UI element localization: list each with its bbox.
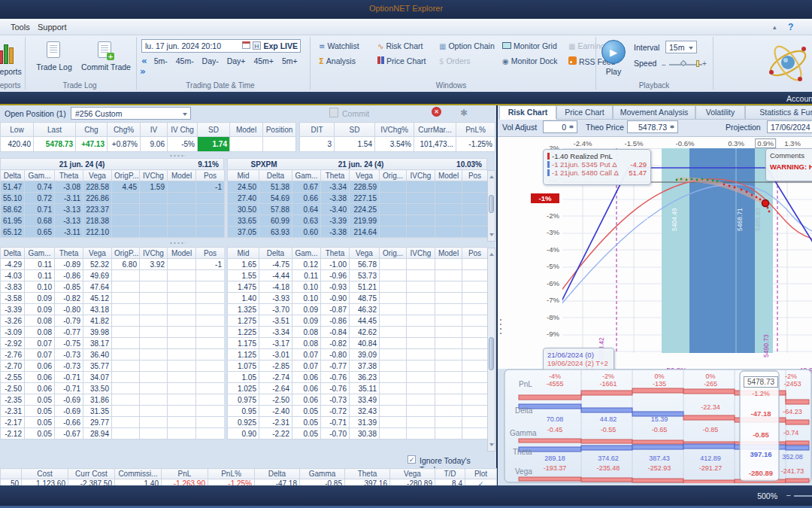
spin-down-icon[interactable] (669, 126, 676, 131)
table-row[interactable]: -4.290.11-0.8952.326.803.92-1 (1, 259, 225, 270)
table-row[interactable]: 1.65-4.750.12-1.0056.78 (228, 259, 488, 270)
table-row[interactable]: -2.920.07-0.7538.17 (1, 338, 225, 349)
resize-grip[interactable] (169, 242, 186, 245)
close-position-icon[interactable]: ✕ (432, 107, 441, 117)
menu-tools[interactable]: Tools (6, 21, 35, 33)
speed-minus-icon[interactable]: − (662, 61, 666, 69)
table-row[interactable]: -3.090.08-0.7739.98 (1, 327, 225, 338)
step-back-icon[interactable]: « (141, 56, 147, 66)
scrollbar-thumb[interactable] (489, 195, 494, 213)
windows-price-chart-button[interactable]: Price Chart (377, 56, 426, 69)
spin-down-icon[interactable] (568, 126, 575, 131)
table-row[interactable]: 31.543.54%101,473...-1.25% (300, 137, 495, 152)
trading-datetime-field[interactable]: lu. 17 jun. 2024 20:10 H Exp LIVE (141, 39, 301, 53)
table-row[interactable]: 1.075-2.850.07-0.7737.38 (228, 360, 488, 372)
tab-movement-analysis[interactable]: Movement Analysis (613, 105, 695, 120)
table-row[interactable]: 30.5057.880.64-3.40224.25 (228, 204, 488, 215)
table-row[interactable]: 0.95-2.400.05-0.7232.43 (228, 406, 488, 417)
table-row[interactable]: 1.125-3.010.07-0.8039.09 (228, 349, 488, 360)
table-row[interactable]: 1.40-3.930.10-0.9048.75 (228, 293, 488, 304)
table-row[interactable]: -2.500.06-0.7133.50 (1, 383, 225, 394)
table-row[interactable]: 0.925-2.310.05-0.7131.39 (228, 417, 488, 428)
history-icon[interactable]: H (253, 41, 261, 50)
zoom-out-icon[interactable]: − (786, 491, 791, 500)
table-row[interactable]: -2.170.05-0.6629.77 (1, 417, 225, 428)
table-row[interactable]: 65.120.65-3.11212.10 (1, 227, 225, 238)
calls-scrollbar[interactable] (487, 170, 495, 242)
table-row[interactable]: -2.760.07-0.7336.40 (1, 349, 225, 360)
trade-log-button[interactable]: Trade Log (30, 62, 78, 71)
puts-scrollbar[interactable] (487, 248, 495, 452)
table-row[interactable]: -3.580.09-0.8245.12 (1, 293, 225, 304)
table-row[interactable]: 51.470.74-3.08228.584.451.59-1 (1, 181, 225, 193)
commit-button[interactable]: Commit (342, 109, 369, 118)
table-row[interactable]: 420.405478.73+47.13+0.87%9.06-5%1.74 (1, 137, 296, 152)
tab-statistics-fundamentals[interactable]: Statistics & Fundamentals (745, 105, 812, 120)
reports-icon[interactable] (0, 41, 17, 64)
table-row[interactable]: 55.100.72-3.11226.86 (1, 193, 225, 204)
step-forward-icon[interactable]: » (140, 66, 146, 77)
tab-volatility[interactable]: Volatility (695, 105, 745, 120)
step-45m-plus[interactable]: 45m+ (253, 56, 274, 65)
table-row[interactable]: 58.620.71-3.13223.37 (1, 204, 225, 215)
calendar-icon[interactable] (242, 41, 250, 49)
collapse-ribbon-icon[interactable]: ▴ (773, 23, 777, 31)
commit-trade-icon[interactable]: + (98, 41, 111, 58)
scroll-down-icon[interactable] (489, 233, 494, 239)
table-row[interactable]: 37.0563.930.60-3.38214.64 (228, 227, 488, 238)
gear-icon[interactable]: ✱ (460, 108, 468, 118)
step-45m-minus[interactable]: 45m- (176, 56, 194, 65)
table-row[interactable]: -3.260.08-0.7941.82 (1, 315, 225, 327)
commit-trade-button[interactable]: Commit Trade (77, 62, 135, 71)
table-row[interactable]: 1.55-4.440.11-0.9653.73 (228, 270, 488, 281)
table-row[interactable]: -2.350.05-0.6931.86 (1, 394, 225, 406)
help-icon[interactable]: ? (788, 22, 793, 32)
windows-monitor-grid-button[interactable]: Monitor Grid (502, 41, 557, 54)
table-row[interactable]: -3.390.09-0.8043.18 (1, 304, 225, 315)
scroll-down-icon[interactable] (489, 443, 494, 449)
reports-button[interactable]: Reports (0, 67, 21, 76)
scroll-up-icon[interactable] (489, 251, 494, 256)
table-row[interactable]: -2.310.05-0.6931.35 (1, 406, 225, 417)
scroll-up-icon[interactable] (489, 173, 494, 178)
step-day-plus[interactable]: Day+ (227, 56, 246, 65)
windows-monitor-dock-button[interactable]: ◉Monitor Dock (502, 56, 558, 69)
theo-price-field[interactable]: 5478.73 (627, 120, 678, 133)
table-row[interactable]: 24.5051.380.67-3.34228.59 (228, 181, 488, 193)
scrollbar-thumb[interactable] (489, 337, 494, 370)
windows-watchlist-button[interactable]: ≡Watchlist (319, 41, 359, 54)
table-row[interactable]: -4.030.11-0.8649.69 (1, 270, 225, 281)
tab-risk-chart[interactable]: Risk Chart (499, 105, 556, 120)
table-row[interactable]: 0.975-2.500.06-0.7333.49 (228, 394, 488, 406)
speed-plus-icon[interactable]: + (702, 59, 707, 68)
ignore-trades-checkbox[interactable]: ✓ (408, 455, 416, 464)
windows-analysis-button[interactable]: ΣAnalysis (319, 56, 356, 69)
table-row[interactable]: 0.90-2.220.05-0.7030.38 (228, 428, 488, 440)
panel-splitter-handle[interactable] (499, 318, 502, 337)
step-day-minus[interactable]: Day- (202, 56, 219, 65)
table-row[interactable]: 1.475-4.180.10-0.9351.21 (228, 281, 488, 293)
strategy-selector[interactable]: #256 Custom (71, 107, 191, 120)
step-5m-plus[interactable]: 5m+ (282, 56, 298, 65)
table-row[interactable]: 1.175-3.170.08-0.8240.84 (228, 338, 488, 349)
vol-adjust-field[interactable]: 0 (543, 120, 577, 133)
table-row[interactable]: 61.950.68-3.13218.38 (1, 215, 225, 227)
step-5m-minus[interactable]: 5m- (154, 56, 168, 65)
table-row[interactable]: 1.325-3.700.09-0.8746.32 (228, 304, 488, 315)
table-row[interactable]: -2.550.06-0.7134.07 (1, 372, 225, 383)
windows-option-chain-button[interactable]: ▦Option Chain (439, 41, 495, 54)
resize-grip[interactable] (169, 154, 186, 157)
table-row[interactable]: -2.700.06-0.7335.77 (1, 360, 225, 372)
play-button[interactable]: ▶ (601, 40, 626, 64)
table-row[interactable]: 1.05-2.740.06-0.7636.23 (228, 372, 488, 383)
tab-price-chart[interactable]: Price Chart (556, 105, 613, 120)
windows-risk-chart-button[interactable]: ∿Risk Chart (377, 41, 423, 54)
table-row[interactable]: 1.275-3.510.09-0.8644.45 (228, 315, 488, 327)
table-row[interactable]: 27.4054.690.66-3.38227.15 (228, 193, 488, 204)
zoom-slider[interactable] (794, 495, 812, 497)
table-row[interactable]: 1.225-3.340.08-0.8442.62 (228, 327, 488, 338)
table-row[interactable]: -2.120.05-0.6728.94 (1, 428, 225, 440)
trade-log-icon[interactable] (47, 41, 60, 58)
table-row[interactable]: -3.830.10-0.8547.64 (1, 281, 225, 293)
table-row[interactable]: 1.025-2.640.06-0.7635.11 (228, 383, 488, 394)
